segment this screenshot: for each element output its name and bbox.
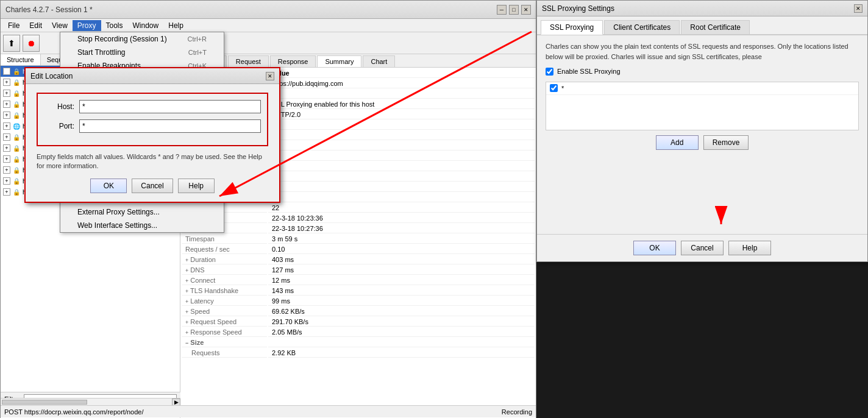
menu-shortcut: Ctrl+T xyxy=(188,49,207,56)
stat-value: 22-3-18 10:23:36 xyxy=(268,214,535,223)
stat-value: 22 xyxy=(268,204,535,213)
tab-chart[interactable]: Chart xyxy=(363,55,395,67)
stat-label: + Latency xyxy=(182,297,267,306)
tab-structure[interactable]: Structure xyxy=(1,54,41,65)
ssl-enable-checkbox[interactable] xyxy=(546,68,553,76)
ssl-window-title: SSL Proxying Settings xyxy=(542,4,614,13)
scrollbar-right-btn[interactable]: ▶ xyxy=(172,399,180,406)
stat-value: 69.62 KB/s xyxy=(268,307,535,316)
proxy-menu-start-throttling[interactable]: Start Throttling Ctrl+T xyxy=(60,46,224,59)
ssl-bottom-buttons: OK Cancel Help xyxy=(537,234,867,261)
edit-port-input[interactable] xyxy=(79,119,261,133)
stat-value: 143 ms xyxy=(268,286,535,296)
menu-window[interactable]: Window xyxy=(128,20,164,31)
tree-icon-8: 🔒 xyxy=(12,143,21,153)
title-bar: Charles 4.2.7 - Session 1 * ─ □ ✕ xyxy=(1,1,536,19)
ssl-tab-client-certs[interactable]: Client Certificates xyxy=(604,20,680,34)
ssl-close-button[interactable]: ✕ xyxy=(854,4,863,13)
tree-expander-8[interactable]: + xyxy=(3,144,10,152)
edit-close-button[interactable]: ✕ xyxy=(266,72,274,80)
minimize-button[interactable]: ─ xyxy=(497,5,507,15)
stat-value: / xyxy=(268,90,535,99)
menu-proxy[interactable]: Proxy xyxy=(73,20,101,31)
ssl-table-buttons: Add Remove xyxy=(546,135,859,150)
tree-expander-11[interactable]: + xyxy=(3,177,10,185)
toolbar-btn-record[interactable]: ⏺ xyxy=(23,35,40,52)
ssl-description: Charles can show you the plain text cont… xyxy=(546,41,859,62)
ssl-locations-table: * xyxy=(546,82,859,130)
sidebar-scrollbar[interactable]: ▶ xyxy=(1,398,180,405)
close-button[interactable]: ✕ xyxy=(521,5,531,15)
edit-cancel-button[interactable]: Cancel xyxy=(132,179,173,193)
tree-icon-3: 🔒 xyxy=(12,88,21,98)
stat-label: + Speed xyxy=(182,307,267,316)
proxy-menu-stop-recording[interactable]: Stop Recording (Session 1) Ctrl+R xyxy=(60,32,224,46)
stat-value: https://pub.idqqimg.com xyxy=(268,79,535,88)
tree-expander-4[interactable]: + xyxy=(3,101,10,108)
ssl-add-button[interactable]: Add xyxy=(656,135,699,150)
tree-expander-12[interactable]: + xyxy=(3,188,10,196)
menu-view[interactable]: View xyxy=(47,20,73,31)
tree-icon-4: 🔒 xyxy=(12,99,21,109)
edit-port-row: Port: xyxy=(44,119,261,133)
menu-item-label: Start Throttling xyxy=(77,48,125,57)
stat-value: 12 ms xyxy=(268,276,535,285)
tab-request[interactable]: Request xyxy=(228,55,269,67)
tab-response[interactable]: Response xyxy=(270,55,316,67)
toolbar-btn-1[interactable]: ⬆ xyxy=(3,35,20,52)
stat-value: 2.92 KB xyxy=(268,349,535,358)
tree-expander-3[interactable]: + xyxy=(3,90,10,97)
stat-label: Timespan xyxy=(182,235,267,244)
edit-ok-button[interactable]: OK xyxy=(90,179,127,193)
stat-value: 3 m 59 s xyxy=(268,235,535,244)
tab-summary[interactable]: Summary xyxy=(317,55,361,67)
background-area xyxy=(536,262,868,418)
menu-help[interactable]: Help xyxy=(163,20,188,31)
menu-file[interactable]: File xyxy=(3,20,24,31)
stat-value: 0 xyxy=(268,152,535,161)
ssl-help-button[interactable]: Help xyxy=(728,241,771,255)
edit-dialog-title: Edit Location xyxy=(30,72,73,80)
tree-expander-10[interactable]: + xyxy=(3,166,10,174)
stat-label: + Duration xyxy=(182,255,267,264)
ssl-content: Charles can show you the plain text cont… xyxy=(537,35,867,156)
tree-icon-2: 🔒 xyxy=(12,77,21,87)
ssl-tabs: SSL Proxying Client Certificates Root Ce… xyxy=(537,16,867,35)
tree-expander-5[interactable]: + xyxy=(3,112,10,119)
recording-badge: Recording xyxy=(502,408,532,416)
ssl-row-checkbox[interactable] xyxy=(550,84,558,92)
stat-value: 99 ms xyxy=(268,297,535,306)
tree-icon-1: 🔒 xyxy=(12,66,21,76)
ssl-enable-row: Enable SSL Proxying xyxy=(546,66,859,77)
ssl-tab-root-cert[interactable]: Root Certificate xyxy=(681,20,750,34)
proxy-menu-web-interface[interactable]: Web Interface Settings... xyxy=(60,219,224,232)
menu-edit[interactable]: Edit xyxy=(24,20,47,31)
tree-expander-6[interactable]: + xyxy=(3,122,10,130)
stat-value: 0.10 xyxy=(268,245,535,254)
edit-note: Empty fields match all values. Wildcards… xyxy=(37,152,268,171)
edit-dialog: Edit Location ✕ Host: Port: Empty fields… xyxy=(24,67,280,203)
tree-icon-11: 🔒 xyxy=(12,176,21,186)
edit-buttons: OK Cancel Help xyxy=(37,179,268,193)
edit-help-button[interactable]: Help xyxy=(178,179,215,193)
menu-tools[interactable]: Tools xyxy=(101,20,128,31)
tree-expander-9[interactable]: + xyxy=(3,155,10,163)
tree-expander-7[interactable]: + xyxy=(3,133,10,141)
tree-expander-2[interactable]: + xyxy=(3,79,10,86)
stat-value: 0 xyxy=(268,141,535,151)
status-bar: POST https://docrp.weixin.qq.com/report/… xyxy=(1,405,536,417)
ssl-remove-button[interactable]: Remove xyxy=(703,135,749,150)
tree-icon-7: 🔒 xyxy=(12,132,21,142)
stat-label: Requests / sec xyxy=(182,245,267,254)
stat-value: 1 xyxy=(268,193,535,202)
maximize-button[interactable]: □ xyxy=(509,5,519,15)
ssl-cancel-button[interactable]: Cancel xyxy=(681,241,724,255)
ssl-tab-ssl-proxying[interactable]: SSL Proxying xyxy=(541,20,603,35)
tree-expander-1[interactable]: - xyxy=(3,68,10,75)
edit-host-input[interactable] xyxy=(79,100,261,113)
edit-port-label: Port: xyxy=(44,122,74,130)
scrollbar-thumb[interactable] xyxy=(2,400,87,405)
stat-value: HTTP/2.0 xyxy=(268,110,535,119)
proxy-menu-external-proxy[interactable]: External Proxy Settings... xyxy=(60,205,224,219)
ssl-ok-button[interactable]: OK xyxy=(633,241,676,255)
